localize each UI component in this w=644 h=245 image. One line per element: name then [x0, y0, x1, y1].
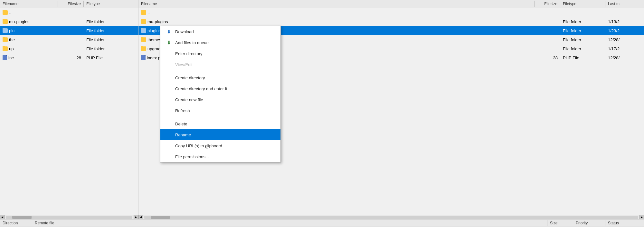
- right-scroll-track[interactable]: [144, 216, 638, 219]
- right-filesize-5: 28: [535, 55, 560, 61]
- left-row-upgrade[interactable]: up File folder: [0, 44, 138, 53]
- right-filesize-3: [535, 39, 560, 40]
- right-row-parent[interactable]: ..: [138, 8, 644, 17]
- left-filetype-0: [84, 12, 138, 13]
- left-filesize-5: 28: [58, 55, 84, 61]
- left-filename-1: mu-plugins: [9, 19, 30, 24]
- left-file-list: .. mu-plugins File folder: [0, 8, 138, 215]
- scroll-left-btn-r[interactable]: ◀: [138, 215, 143, 220]
- right-filesize-2: [535, 30, 560, 31]
- left-filetype-3: File folder: [84, 37, 138, 43]
- left-filesize-2: [58, 30, 84, 31]
- folder-icon: [3, 28, 8, 33]
- right-filesize-0: [535, 12, 560, 13]
- transfer-col-size: Size: [547, 220, 573, 226]
- right-lastmod-5: 12/28/: [605, 55, 644, 61]
- right-col-lastmod: Last m: [605, 1, 644, 7]
- create-dir-enter-icon: [166, 85, 172, 92]
- folder-icon: [141, 28, 146, 33]
- menu-item-file-permissions[interactable]: File permissions...: [160, 151, 280, 162]
- transfer-col-remote: Remote file: [32, 220, 547, 226]
- left-panel-header: Filename Filesize Filetype: [0, 0, 138, 8]
- right-filetype-4: File folder: [560, 46, 605, 52]
- left-filename-4: up: [9, 46, 14, 51]
- right-scroll-thumb[interactable]: [151, 216, 170, 219]
- menu-label-add-queue: Add files to queue: [175, 40, 209, 45]
- menu-label-create-dir-enter: Create directory and enter it: [175, 86, 227, 91]
- menu-label-view-edit: View/Edit: [175, 62, 193, 67]
- menu-label-delete: Delete: [175, 122, 187, 126]
- folder-icon: [141, 19, 146, 24]
- left-scroll-thumb[interactable]: [12, 216, 32, 219]
- left-row-themes[interactable]: the File folder: [0, 35, 138, 44]
- right-col-filename: Filename: [138, 1, 535, 7]
- left-filetype-4: File folder: [84, 46, 138, 52]
- right-filename-2: plugins: [147, 28, 161, 33]
- right-scrollbar-h[interactable]: ◀ ▶: [138, 215, 644, 219]
- menu-separator-1: [160, 71, 280, 71]
- file-icon: [141, 55, 146, 60]
- menu-item-download[interactable]: ⬇ Download: [160, 26, 280, 37]
- right-filetype-2: File folder: [560, 28, 605, 34]
- create-dir-icon: [166, 74, 172, 81]
- left-scrollbar-h[interactable]: ◀ ▶: [0, 215, 138, 219]
- right-panel-header: Filename Filesize Filetype Last m: [138, 0, 644, 8]
- menu-item-delete[interactable]: Delete: [160, 118, 280, 129]
- right-filename-0: ..: [147, 10, 150, 15]
- menu-item-copy-url[interactable]: Copy URL(s) to clipboard: [160, 140, 280, 151]
- menu-item-create-file[interactable]: Create new file: [160, 94, 280, 105]
- context-menu: ⬇ Download ⬇ Add files to queue Enter di…: [160, 26, 281, 162]
- left-filesize-3: [58, 39, 84, 40]
- file-permissions-icon: [166, 153, 172, 160]
- menu-item-enter-dir[interactable]: Enter directory: [160, 48, 280, 59]
- menu-item-create-dir[interactable]: Create directory: [160, 72, 280, 83]
- menu-label-copy-url: Copy URL(s) to clipboard: [175, 143, 222, 148]
- scroll-right-btn-r[interactable]: ▶: [639, 215, 644, 220]
- right-col-filetype: Filetype: [560, 1, 605, 7]
- folder-icon: [3, 46, 8, 51]
- file-icon: [3, 55, 7, 60]
- right-lastmod-2: 1/23/2: [605, 28, 644, 34]
- right-filetype-0: [560, 12, 605, 13]
- left-row-mu-plugins[interactable]: mu-plugins File folder: [0, 17, 138, 26]
- left-row-parent[interactable]: ..: [0, 8, 138, 17]
- menu-item-refresh[interactable]: Refresh: [160, 105, 280, 116]
- menu-item-add-queue[interactable]: ⬇ Add files to queue: [160, 37, 280, 48]
- menu-label-create-dir: Create directory: [175, 75, 205, 80]
- left-col-filesize: Filesize: [58, 1, 84, 7]
- left-filename-0: ..: [9, 10, 11, 15]
- right-row-mu-plugins[interactable]: mu-plugins File folder 1/13/2: [138, 17, 644, 26]
- left-panel: Filename Filesize Filetype ..: [0, 0, 138, 219]
- enter-dir-icon: [166, 50, 172, 57]
- menu-label-rename: Rename: [175, 132, 191, 137]
- refresh-icon: [166, 107, 172, 114]
- right-filetype-5: PHP File: [560, 55, 605, 61]
- menu-item-rename[interactable]: Rename: [160, 129, 280, 140]
- right-lastmod-3: 12/28/: [605, 37, 644, 43]
- left-col-filetype: Filetype: [84, 1, 138, 7]
- scroll-right-btn[interactable]: ▶: [134, 215, 138, 220]
- folder-icon: [3, 37, 8, 42]
- menu-label-file-permissions: File permissions...: [175, 154, 209, 159]
- right-lastmod-0: [605, 12, 644, 13]
- transfer-panel: Direction Remote file Size Priority Stat…: [0, 219, 644, 245]
- menu-item-create-dir-enter[interactable]: Create directory and enter it: [160, 83, 280, 94]
- scroll-left-btn[interactable]: ◀: [0, 215, 5, 220]
- delete-icon: [166, 121, 172, 127]
- left-row-inc[interactable]: inc 28 PHP File: [0, 53, 138, 62]
- right-filesize-1: [535, 21, 560, 22]
- transfer-header: Direction Remote file Size Priority Stat…: [0, 220, 644, 227]
- right-filesize-4: [535, 48, 560, 49]
- left-filename-5: inc: [8, 55, 14, 60]
- folder-icon: [3, 10, 8, 15]
- left-filetype-5: PHP File: [84, 55, 138, 61]
- left-filesize-0: [58, 12, 84, 13]
- menu-label-download: Download: [175, 29, 194, 34]
- menu-label-create-file: Create new file: [175, 97, 203, 102]
- right-col-filesize: Filesize: [535, 1, 560, 7]
- left-filesize-4: [58, 48, 84, 49]
- download-icon: ⬇: [166, 28, 172, 35]
- left-scroll-track[interactable]: [6, 216, 132, 219]
- folder-icon: [141, 37, 146, 42]
- left-row-plugins[interactable]: plu File folder: [0, 26, 138, 35]
